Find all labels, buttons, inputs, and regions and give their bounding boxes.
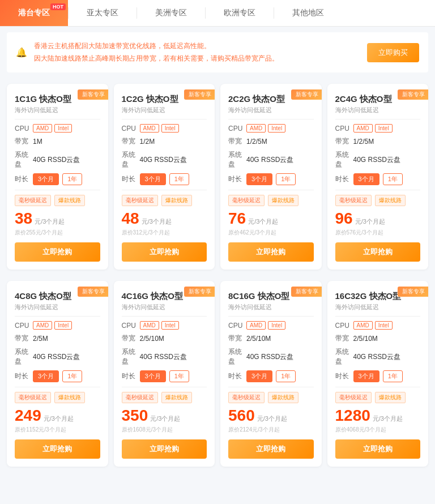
cpu-tag[interactable]: AMD [246, 124, 266, 133]
time-tag[interactable]: 1年 [169, 370, 189, 382]
traffic-badge: 爆款线路 [375, 195, 406, 206]
disk-row: 系统盘 40G RSSD云盘 [122, 347, 207, 366]
disk-label: 系统盘 [122, 347, 140, 366]
price-row: 560 元/3个月起 [228, 407, 314, 425]
buy-button[interactable]: 立即抢购 [122, 439, 207, 459]
cpu-tag[interactable]: AMD [33, 124, 52, 133]
time-tag[interactable]: 3个月 [246, 173, 272, 185]
tab-meizhou-label: 美洲专区 [155, 8, 187, 17]
time-tag[interactable]: 3个月 [33, 173, 59, 185]
time-tag[interactable]: 1年 [276, 173, 296, 185]
time-row: 时长 3个月1年 [335, 173, 421, 185]
speed-badge: 毫秒级延迟 [228, 195, 265, 206]
cpu-label: CPU [335, 322, 353, 330]
cpu-tag[interactable]: AMD [353, 124, 373, 133]
time-tag[interactable]: 3个月 [246, 370, 272, 382]
time-tag[interactable]: 3个月 [353, 173, 379, 185]
time-row: 时长 3个月1年 [228, 370, 314, 382]
time-tags: 3个月1年 [33, 370, 82, 382]
cpu-tags: AMDIntel [33, 124, 72, 133]
bandwidth-value: 1M [33, 138, 42, 146]
cpu-tags: AMDIntel [140, 124, 179, 133]
cpu-tag[interactable]: Intel [161, 124, 179, 133]
disk-value: 40G RSSD云盘 [140, 155, 187, 165]
time-row: 时长 3个月1年 [15, 370, 100, 382]
tab-other[interactable]: 其他地区 [274, 0, 342, 26]
divider-top [335, 119, 421, 119]
cpu-tags: AMDIntel [246, 124, 285, 133]
traffic-badge: 爆款线路 [375, 392, 406, 403]
new-badge: 新客专享 [78, 89, 108, 100]
cpu-tag[interactable]: AMD [246, 321, 266, 330]
cpu-tag[interactable]: AMD [140, 321, 159, 330]
cpu-tags: AMDIntel [246, 321, 285, 330]
time-tag[interactable]: 1年 [276, 370, 296, 382]
speed-badge: 毫秒级延迟 [15, 195, 51, 206]
new-badge: 新客专享 [291, 89, 322, 100]
disk-value: 40G RSSD云盘 [246, 155, 293, 165]
bandwidth-value: 1/2M [140, 138, 155, 146]
tab-meizhou[interactable]: 美洲专区 [137, 0, 205, 26]
time-label: 时长 [15, 371, 33, 381]
disk-label: 系统盘 [228, 150, 246, 169]
disk-value: 40G RSSD云盘 [140, 352, 187, 362]
new-badge: 新客专享 [184, 287, 215, 297]
time-tag[interactable]: 1年 [62, 173, 82, 185]
cpu-tag[interactable]: Intel [161, 321, 179, 330]
time-tag[interactable]: 3个月 [33, 370, 59, 382]
cpu-tag[interactable]: AMD [33, 321, 52, 330]
time-tag[interactable]: 3个月 [140, 370, 166, 382]
cpu-tag[interactable]: Intel [54, 124, 72, 133]
time-tags: 3个月1年 [246, 173, 296, 185]
bandwidth-label: 带宽 [228, 136, 246, 146]
time-label: 时长 [228, 174, 246, 184]
time-label: 时长 [335, 174, 353, 184]
disk-label: 系统盘 [228, 347, 246, 366]
price-row: 249 元/3个月起 [15, 407, 100, 425]
cpu-tags: AMDIntel [353, 124, 393, 133]
time-tag[interactable]: 1年 [62, 370, 82, 382]
time-tag[interactable]: 1年 [169, 173, 189, 185]
time-label: 时长 [228, 371, 246, 381]
speed-badge: 毫秒级延迟 [122, 195, 158, 206]
notice-buy-button[interactable]: 立即购买 [367, 43, 419, 62]
cpu-tag[interactable]: Intel [375, 124, 393, 133]
time-tags: 3个月1年 [246, 370, 296, 382]
buy-button[interactable]: 立即抢购 [335, 439, 421, 459]
feature-badges: 毫秒级延迟 爆款线路 [335, 195, 421, 206]
bandwidth-row: 带宽 1M [15, 136, 100, 146]
tab-ouzhou[interactable]: 欧洲专区 [206, 0, 274, 26]
cpu-tag[interactable]: AMD [353, 321, 373, 330]
product-card-4c16g: 新客专享 4C16G 快杰O型 海外访问低延迟 CPU AMDIntel 带宽 … [114, 281, 215, 467]
cpu-tag[interactable]: Intel [268, 124, 285, 133]
tab-gangtai[interactable]: 港台专区 [0, 0, 68, 26]
buy-button[interactable]: 立即抢购 [228, 242, 314, 262]
time-tag[interactable]: 3个月 [140, 173, 166, 185]
buy-button[interactable]: 立即抢购 [15, 439, 100, 459]
price-unit: 元/3个月起 [257, 415, 287, 423]
new-badge: 新客专享 [184, 89, 215, 100]
feature-badges: 毫秒级延迟 爆款线路 [15, 392, 100, 403]
cpu-tags: AMDIntel [33, 321, 72, 330]
time-tag[interactable]: 3个月 [353, 370, 379, 382]
cpu-tag[interactable]: Intel [375, 321, 393, 330]
time-tag[interactable]: 1年 [383, 370, 403, 382]
divider-mid [335, 190, 421, 190]
buy-button[interactable]: 立即抢购 [335, 242, 421, 262]
buy-button[interactable]: 立即抢购 [122, 242, 207, 262]
time-tag[interactable]: 1年 [383, 173, 403, 185]
time-row: 时长 3个月1年 [122, 370, 207, 382]
feature-badges: 毫秒级延迟 爆款线路 [122, 195, 207, 206]
cpu-tag[interactable]: AMD [140, 124, 159, 133]
buy-button[interactable]: 立即抢购 [228, 439, 314, 459]
cpu-tag[interactable]: Intel [268, 321, 285, 330]
bandwidth-label: 带宽 [228, 334, 246, 343]
tab-bar: 港台专区 亚太专区 美洲专区 欧洲专区 其他地区 [0, 0, 435, 27]
disk-label: 系统盘 [122, 150, 140, 169]
buy-button[interactable]: 立即抢购 [15, 242, 100, 262]
cpu-row: CPU AMDIntel [122, 321, 207, 330]
divider-mid [122, 387, 207, 387]
tab-yatai[interactable]: 亚太专区 [69, 0, 137, 26]
price-row: 350 元/3个月起 [122, 407, 207, 425]
cpu-tag[interactable]: Intel [54, 321, 72, 330]
